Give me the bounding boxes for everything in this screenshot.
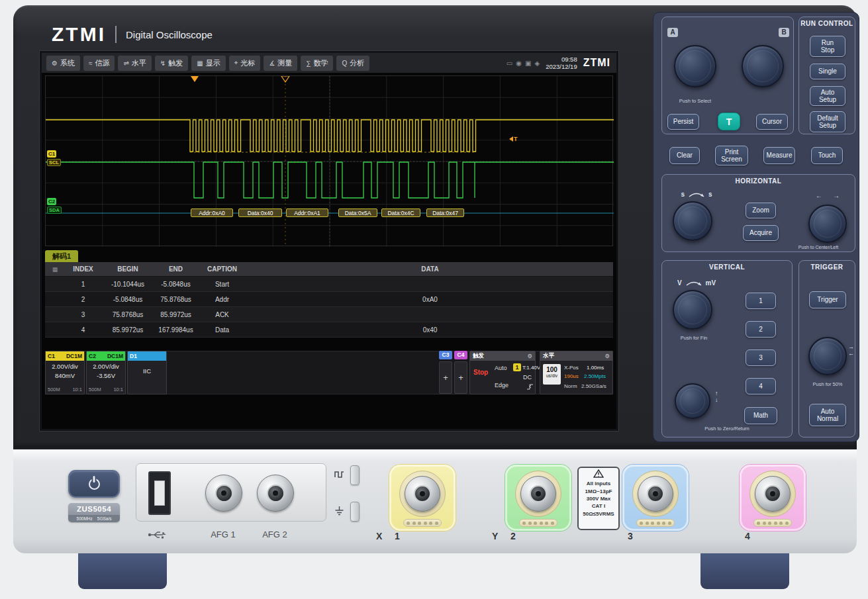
menu-item-system[interactable]: ⚙系统	[46, 56, 80, 71]
menu-item-horizontal[interactable]: ⇌水平	[118, 56, 151, 71]
channel4-button[interactable]: 4	[746, 378, 776, 394]
ch2-probe: 10:1	[113, 387, 123, 392]
channel4-chip[interactable]: C4	[454, 351, 467, 359]
channel1-status[interactable]: C1 DC1M 2.00V/div 840mV 500M10:1	[45, 351, 85, 394]
channel2-position-marker[interactable]: C2	[47, 198, 56, 205]
clear-button[interactable]: Clear	[669, 147, 700, 164]
display-icon[interactable]: ▭	[506, 60, 512, 67]
rising-edge-icon	[526, 383, 534, 391]
t-button[interactable]: T	[718, 113, 740, 130]
date: 2023/12/19	[546, 63, 577, 70]
cell-caption: Start	[197, 281, 247, 288]
horizontal-position-knob[interactable]	[808, 205, 847, 243]
right-foot	[700, 551, 789, 589]
channel1-button[interactable]: 1	[746, 293, 776, 309]
left-arrow-icon: ←	[816, 192, 822, 199]
multipurpose-knob-a[interactable]	[674, 45, 716, 87]
warning-line: CAT I	[579, 502, 618, 510]
lock-icon[interactable]: ◈	[534, 60, 540, 67]
acquire-button[interactable]: Acquire	[743, 225, 779, 241]
time: 09:58	[546, 56, 577, 63]
multipurpose-knob-b[interactable]	[742, 45, 784, 87]
auto-setup-button[interactable]: Auto Setup	[810, 86, 845, 106]
menu-item-math[interactable]: ∑数学	[301, 56, 333, 71]
timebase-unit: us/div	[543, 373, 561, 378]
col-caption: CAPTION	[197, 265, 247, 273]
menu-item-trigger[interactable]: ↯触发	[155, 56, 188, 71]
channel3-led-strip	[636, 519, 675, 527]
ch2-coupling: DC1M	[107, 353, 123, 359]
channel3-input	[622, 465, 689, 531]
horizontal-status[interactable]: 水平 ⚙ 100 us/div X-Pos 1.00ms 190us 2.50M…	[540, 351, 613, 394]
push-fine-hint: Push for Fin	[662, 335, 726, 341]
trigger-button[interactable]: Trigger	[809, 291, 846, 308]
default-setup-button[interactable]: Default Setup	[810, 111, 845, 132]
touch-button[interactable]: Touch	[811, 147, 843, 164]
cell-data: 0x40	[247, 326, 613, 334]
push-50-hint: Push for 50%	[799, 381, 856, 387]
channel2-button[interactable]: 2	[746, 321, 776, 338]
channel1-input	[389, 465, 456, 531]
horizontal-scale-knob[interactable]	[673, 201, 712, 241]
digital1-status[interactable]: D1 IIC	[127, 351, 167, 394]
table-row[interactable]: 2 -5.0848us 75.8768us Addr 0xA0	[45, 292, 613, 307]
menu-item-source[interactable]: ≈信源	[83, 56, 115, 71]
run-stop-button[interactable]: Run Stop	[810, 36, 845, 57]
record-icon[interactable]: ◉	[516, 60, 522, 67]
channel4-add-button[interactable]: +	[454, 361, 467, 394]
trigger-level: T:1.40V	[522, 365, 540, 371]
model-number: ZUS5054	[68, 503, 120, 515]
cell-index: 3	[65, 311, 101, 318]
screenshot-icon[interactable]: ▣	[525, 60, 531, 67]
left-right-arrows-icon: → ←	[848, 344, 854, 357]
y-axis-label: Y	[492, 531, 498, 541]
channel1-position-marker[interactable]: C1	[47, 150, 56, 158]
cal-ground-tab	[350, 502, 360, 522]
decode-segment: Data:0x47	[426, 208, 464, 217]
knob-a-badge: A	[667, 28, 678, 37]
trigger-status[interactable]: 触发 ⚙ Stop Auto Edge 1 T:1.40V DC	[469, 351, 536, 394]
table-row[interactable]: 1 -10.1044us -5.0848us Start	[45, 277, 613, 292]
single-button[interactable]: Single	[810, 64, 845, 79]
trigger-level-marker[interactable]: T	[509, 136, 518, 142]
channel3-chip[interactable]: C3	[439, 351, 452, 359]
channel2-status[interactable]: C2 DC1M 2.00V/div -3.56V 500M10:1	[86, 351, 126, 394]
sample-rate: 2.50GSa/s	[581, 383, 606, 389]
ruler-icon: ∡	[269, 60, 275, 67]
vertical-scale-knob[interactable]	[673, 290, 712, 330]
window-value: 190us	[564, 373, 579, 379]
persist-button[interactable]: Persist	[667, 114, 699, 130]
channel3-bnc	[638, 476, 673, 512]
d1-mode: IIC	[128, 367, 166, 375]
pulse-icon: ↯	[160, 60, 166, 67]
vertical-position-knob[interactable]	[675, 383, 710, 419]
trigger-type: Edge	[495, 382, 508, 389]
trigger-coupling: DC	[523, 374, 532, 381]
decode-segment: Addr:0xA1	[286, 208, 328, 217]
measure-button[interactable]: Measure	[763, 147, 795, 164]
decode-tab[interactable]: 解码1	[45, 250, 78, 263]
ch1-scale: 2.00V/div	[46, 363, 84, 370]
print-screen-button[interactable]: Print Screen	[715, 146, 748, 165]
cursor-button[interactable]: Cursor	[756, 114, 788, 130]
volt-knob-label: V mV	[667, 279, 726, 287]
table-row[interactable]: 3 75.8768us 85.9972us ACK	[45, 307, 613, 322]
menu-item-cursor[interactable]: ⌖光标	[229, 56, 261, 71]
power-button[interactable]	[68, 470, 120, 498]
trigger-source-badge: 1	[513, 363, 521, 371]
col-end: END	[154, 265, 197, 273]
channel3-button[interactable]: 3	[746, 349, 776, 366]
table-row[interactable]: 4 85.9972us 167.9984us Data 0x40	[45, 322, 613, 338]
warning-line: 300V Max	[579, 495, 618, 502]
zoom-button[interactable]: Zoom	[746, 203, 776, 218]
channel3-add-button[interactable]: +	[439, 361, 452, 394]
trigger-level-knob[interactable]	[808, 337, 847, 375]
menu-item-analysis[interactable]: Q分析	[336, 56, 369, 71]
menu-item-measure[interactable]: ∡测量	[264, 56, 297, 71]
math-button[interactable]: Math	[744, 407, 777, 424]
auto-normal-button[interactable]: Auto Normal	[809, 404, 846, 426]
ch2-name: C2	[89, 353, 96, 359]
xpos-value: 1.00ms	[587, 365, 604, 371]
menu-item-display[interactable]: ▦显示	[191, 56, 225, 71]
table-corner-icon: ▦	[45, 266, 65, 273]
